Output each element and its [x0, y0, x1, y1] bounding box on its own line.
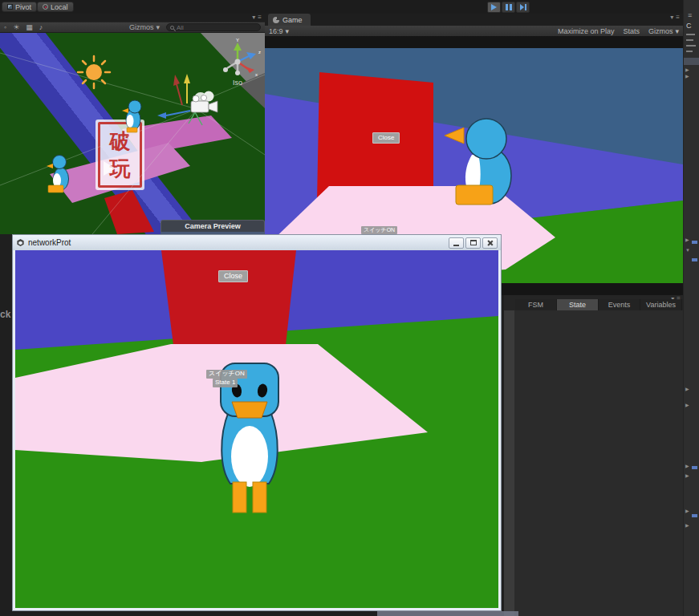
foldout-icon[interactable]: ▶	[685, 509, 689, 513]
network-game-render-area[interactable]: Close スイッチON State 1	[15, 250, 498, 608]
pivot-button[interactable]: Pivot	[2, 2, 37, 12]
penguin-scene-top	[122, 100, 141, 132]
tab-events[interactable]: Events	[599, 299, 640, 310]
svg-text:x: x	[255, 72, 258, 77]
inspector-strip: ≡ C ▶ ▶ ▶ ▼ ▶ ▶ ▶ ▶ ▶ ▶	[683, 0, 699, 616]
foldout-icon[interactable]: ▶	[685, 237, 689, 242]
game-gizmos-dropdown[interactable]: Gizmos ▾	[648, 27, 679, 35]
foldout-icon[interactable]: ▶	[685, 74, 689, 79]
tab-fsm[interactable]: FSM	[515, 299, 557, 310]
foldout-icon[interactable]: ▶	[685, 523, 689, 528]
menu-icon: ≡	[676, 14, 680, 21]
play-button[interactable]	[487, 2, 501, 13]
dropdown-icon: ▾	[156, 23, 160, 31]
switch-on-badge: スイッチON	[206, 370, 247, 379]
unity-logo-icon	[16, 238, 25, 247]
truncated-row	[686, 34, 695, 35]
search-icon	[170, 26, 174, 30]
foldout-icon[interactable]: ▶	[685, 464, 689, 468]
menu-icon[interactable]: ≡	[688, 11, 692, 19]
foldout-open-icon[interactable]: ▼	[685, 248, 690, 253]
svg-text:z: z	[258, 50, 261, 55]
camera-preview: Camera Preview	[161, 220, 265, 234]
game-close-button[interactable]: Close	[372, 132, 400, 144]
sun-gizmo	[78, 56, 110, 88]
taskbar-fragment	[377, 611, 518, 616]
playmaker-state-body	[514, 310, 683, 616]
pivot-label: Pivot	[15, 3, 31, 11]
aspect-ratio-dropdown[interactable]: 16:9 ▾	[269, 27, 289, 35]
truncated-row	[686, 39, 693, 41]
orientation-axis-gizmo: Y z x	[223, 38, 261, 77]
playmaker-left-gutter	[504, 310, 514, 616]
window-close-ui-button[interactable]: Close	[218, 270, 248, 282]
menu-icon: ≡	[258, 14, 262, 21]
scene-viewport[interactable]: 破 玩	[0, 33, 265, 234]
scene-gizmos-label: Gizmos	[129, 23, 154, 31]
clipped-label-fragment: ck	[0, 309, 11, 322]
game-panel-menu[interactable]: ▾ ≡	[670, 14, 680, 21]
row-fragment	[692, 241, 697, 244]
dropdown-icon: ▾	[252, 14, 255, 21]
row-fragment	[692, 514, 697, 517]
lighting-toggle-icon[interactable]: ☀	[13, 24, 19, 31]
effects-toggle-icon[interactable]: ▦	[26, 24, 33, 31]
scene-view-panel: ▾ ≡ ◦ ☀ ▦ ♪ Gizmos ▾ All	[0, 14, 265, 234]
scene-gizmo-overlay: Y z x	[0, 33, 265, 234]
audio-toggle-icon[interactable]: ♪	[39, 24, 43, 31]
maximize-icon	[470, 240, 477, 245]
network-prot-window: networkProt Close スイッチON	[12, 234, 502, 611]
aspect-ratio-label: 16:9	[269, 27, 283, 35]
state-badge: State 1	[213, 379, 238, 387]
scene-search-text: All	[177, 24, 184, 31]
row-fragment	[692, 258, 697, 261]
maximize-button[interactable]	[465, 237, 481, 249]
selected-row	[684, 58, 699, 65]
foldout-icon[interactable]: ▶	[685, 473, 689, 478]
scene-panel-menu[interactable]: ▾ ≡	[252, 14, 262, 21]
main-toolbar: Pivot Local	[0, 0, 699, 14]
camera-preview-title: Camera Preview	[161, 220, 265, 232]
maximize-on-play-toggle[interactable]: Maximize on Play	[558, 27, 615, 35]
unity-editor: Pivot Local ▾ ≡ ◦ ☀ ▦ ♪ Gizmos ▾	[0, 0, 699, 616]
tab-variables[interactable]: Variables	[640, 299, 682, 310]
inspector-strip-text: C	[686, 22, 692, 30]
penguin-game-profile	[443, 116, 523, 209]
local-button[interactable]: Local	[37, 2, 74, 12]
dropdown-icon: ▾	[670, 14, 673, 21]
play-icon	[491, 4, 497, 10]
truncated-row	[686, 51, 693, 52]
iso-label: Iso	[227, 79, 248, 87]
window-titlebar[interactable]: networkProt	[13, 235, 501, 250]
minimize-button[interactable]	[449, 237, 464, 249]
local-icon	[43, 4, 48, 10]
close-window-button[interactable]	[482, 237, 498, 249]
game-switch-badge: スイッチON	[361, 226, 397, 234]
local-label: Local	[51, 3, 68, 11]
tab-game[interactable]: Game	[268, 14, 311, 26]
game-tab-label: Game	[282, 16, 303, 24]
handles-icon[interactable]: ◦	[4, 24, 6, 31]
step-icon	[520, 4, 526, 10]
foldout-icon[interactable]: ▶	[685, 67, 689, 72]
playmaker-tabs: FSM State Events Variables	[515, 299, 682, 310]
scene-search-input[interactable]: All	[166, 23, 261, 31]
stats-toggle[interactable]: Stats	[623, 27, 640, 35]
tab-state[interactable]: State	[557, 299, 599, 310]
close-icon	[487, 240, 494, 246]
scene-gizmos-dropdown[interactable]: Gizmos ▾	[129, 23, 160, 31]
scene-toolbar: ◦ ☀ ▦ ♪ Gizmos ▾ All	[0, 22, 265, 33]
pause-icon	[506, 4, 512, 10]
dropdown-icon: ▾	[675, 27, 679, 35]
window-title: networkProt	[28, 238, 71, 247]
game-tab-icon	[273, 17, 279, 23]
step-button[interactable]	[516, 2, 530, 13]
playmaker-panel: ▾ ≡ FSM State Events Variables	[504, 295, 683, 616]
dropdown-icon: ▾	[286, 27, 290, 35]
window-controls	[449, 237, 498, 249]
foldout-icon[interactable]: ▶	[685, 387, 689, 391]
camera-frustum-lines	[0, 53, 265, 234]
pause-button[interactable]	[502, 2, 515, 13]
foldout-icon[interactable]: ▶	[685, 403, 689, 407]
pivot-icon	[7, 4, 13, 10]
